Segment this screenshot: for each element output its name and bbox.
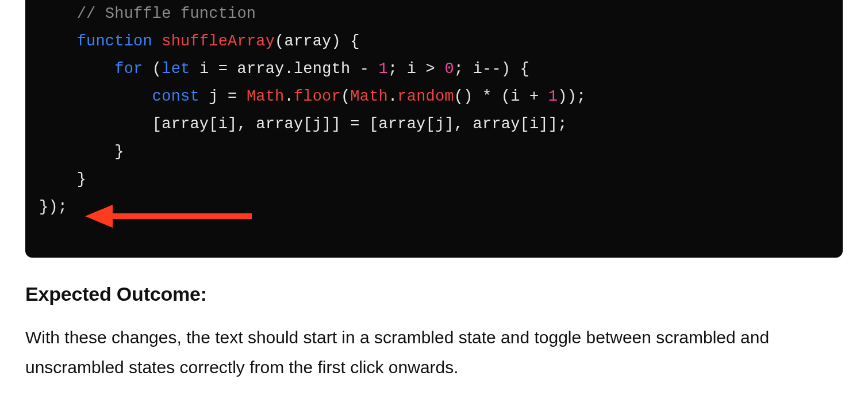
math-object: Math xyxy=(237,88,284,105)
code-line: [array[i], array[j]] = [array[j], array[… xyxy=(39,116,567,133)
code-line: // Shuffle function xyxy=(39,5,256,22)
method-random: random xyxy=(397,88,454,105)
code-block: // Shuffle function function shuffleArra… xyxy=(25,0,843,258)
number-literal: 0 xyxy=(435,60,454,78)
expected-outcome-paragraph: With these changes, the text should star… xyxy=(25,323,843,382)
code-line: const j = Math.floor(Math.random() * (i … xyxy=(39,88,586,105)
function-params: (array) { xyxy=(275,33,360,50)
swap-statement: [array[i], array[j]] = [array[j], array[… xyxy=(152,116,567,133)
number-literal: 1 xyxy=(369,60,388,78)
expected-outcome-heading: Expected Outcome: xyxy=(25,283,843,305)
code-line: } xyxy=(39,171,86,188)
math-object: Math xyxy=(350,88,388,105)
method-floor: floor xyxy=(294,88,341,105)
code-line: function shuffleArray(array) { xyxy=(39,33,360,50)
code-comment: // Shuffle function xyxy=(77,5,256,22)
code-line: for (let i = array.length - 1; i > 0; i-… xyxy=(39,60,529,78)
prose-section: Expected Outcome: With these changes, th… xyxy=(25,283,843,382)
code-line: } xyxy=(39,143,124,160)
keyword-function: function xyxy=(77,33,152,50)
function-name: shuffleArray xyxy=(162,33,275,50)
number-literal: 1 xyxy=(539,88,558,105)
keyword-const: const xyxy=(152,88,199,105)
code-content: // Shuffle function function shuffleArra… xyxy=(39,0,843,221)
keyword-for: for xyxy=(114,60,143,78)
keyword-let: let xyxy=(162,60,190,78)
closing-brace: }); xyxy=(39,198,67,216)
code-line: }); xyxy=(39,198,67,216)
